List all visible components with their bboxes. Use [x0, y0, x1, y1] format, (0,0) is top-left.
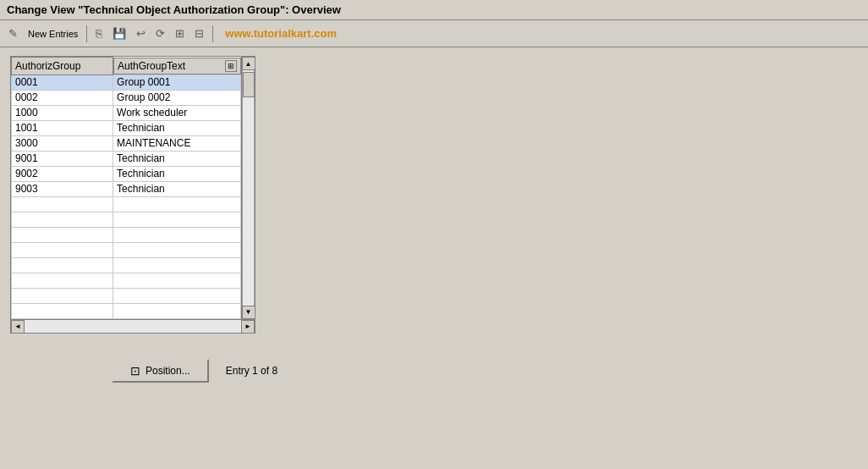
cell-authorizgroup — [12, 303, 113, 318]
scroll-track — [242, 70, 255, 306]
save-button[interactable]: 💾 — [109, 25, 129, 42]
cell-authgrouptext — [113, 196, 241, 212]
table-row[interactable] — [12, 212, 241, 227]
table-row[interactable] — [12, 303, 241, 318]
undo-icon: ↩ — [136, 27, 146, 40]
cell-authgrouptext: Work scheduler — [113, 105, 241, 120]
export-icon: ⊟ — [195, 27, 204, 40]
table-row[interactable]: 9001Technician — [12, 151, 241, 166]
watermark-text: www.tutorialkart.com — [225, 27, 337, 40]
cell-authgrouptext — [113, 273, 241, 288]
cell-authgrouptext: Group 0001 — [113, 74, 241, 90]
cell-authorizgroup — [12, 242, 113, 257]
scroll-down-arrow[interactable]: ▼ — [242, 306, 255, 319]
table-inner: AuthorizGroup AuthGroupText ⊞ 0001Group … — [11, 57, 241, 319]
bottom-area: ⊡ Position... Entry 1 of 8 — [10, 359, 858, 383]
cell-authorizgroup — [12, 227, 113, 242]
position-icon: ⊡ — [130, 364, 140, 378]
col-header-authgrouptext: AuthGroupText ⊞ — [113, 58, 240, 74]
col-header-authorizgroup: AuthorizGroup — [12, 58, 113, 75]
cell-authgrouptext: Technician — [113, 120, 241, 135]
separator-1 — [86, 25, 87, 42]
table-header-row: AuthorizGroup AuthGroupText ⊞ — [12, 58, 241, 75]
title-bar: Change View "Technical Object Authorizat… — [0, 0, 868, 20]
entry-info: Entry 1 of 8 — [226, 365, 277, 377]
table-row[interactable] — [12, 242, 241, 257]
cell-authgrouptext — [113, 288, 241, 303]
cell-authgrouptext — [113, 227, 241, 242]
print-icon: ⊞ — [175, 27, 184, 40]
cell-authorizgroup: 9002 — [12, 166, 113, 181]
table-container: AuthorizGroup AuthGroupText ⊞ 0001Group … — [10, 56, 255, 334]
horizontal-scrollbar[interactable]: ◄ ► — [11, 319, 255, 333]
scroll-right-arrow[interactable]: ► — [241, 320, 255, 334]
cell-authorizgroup: 1001 — [12, 120, 113, 135]
separator-2 — [212, 25, 213, 42]
pencil-icon: ✎ — [8, 27, 18, 40]
page-title: Change View "Technical Object Authorizat… — [7, 3, 341, 16]
cell-authorizgroup: 0001 — [12, 74, 113, 90]
table-row[interactable]: 3000MAINTENANCE — [12, 135, 241, 151]
cell-authgrouptext: Technician — [113, 151, 241, 166]
scroll-thumb[interactable] — [243, 72, 255, 97]
save-icon: 💾 — [113, 27, 126, 40]
table-row[interactable]: 0001Group 0001 — [12, 74, 241, 90]
table-row[interactable] — [12, 196, 241, 212]
main-content: AuthorizGroup AuthGroupText ⊞ 0001Group … — [0, 47, 868, 391]
toolbar: ✎ New Entries ⎘ 💾 ↩ ⟳ ⊞ ⊟ www.tutorialka… — [0, 20, 868, 47]
cell-authorizgroup: 3000 — [12, 135, 113, 151]
cell-authorizgroup — [12, 273, 113, 288]
cell-authorizgroup — [12, 257, 113, 273]
new-entries-label: New Entries — [28, 29, 78, 39]
refresh-icon: ⟳ — [156, 27, 165, 40]
new-entries-icon-btn[interactable]: ✎ — [5, 25, 21, 42]
table-body: 0001Group 00010002Group 00021000Work sch… — [12, 74, 241, 318]
scroll-left-arrow[interactable]: ◄ — [11, 320, 25, 334]
new-entries-button[interactable]: New Entries — [25, 26, 81, 41]
cell-authgrouptext — [113, 303, 241, 318]
table-row[interactable]: 1001Technician — [12, 120, 241, 135]
undo-button[interactable]: ↩ — [133, 25, 149, 42]
copy-icon: ⎘ — [96, 27, 102, 40]
table-row[interactable]: 9002Technician — [12, 166, 241, 181]
table-row[interactable]: 9003Technician — [12, 181, 241, 196]
cell-authorizgroup: 9003 — [12, 181, 113, 196]
position-button[interactable]: ⊡ Position... — [112, 359, 209, 383]
refresh-button[interactable]: ⟳ — [152, 25, 168, 42]
table-row[interactable] — [12, 257, 241, 273]
table-row[interactable] — [12, 273, 241, 288]
copy-rows-button[interactable]: ⎘ — [92, 25, 106, 42]
cell-authgrouptext: MAINTENANCE — [113, 135, 241, 151]
cell-authorizgroup — [12, 288, 113, 303]
vertical-scrollbar[interactable]: ▲ ▼ — [241, 57, 255, 319]
cell-authorizgroup: 1000 — [12, 105, 113, 120]
cell-authorizgroup: 9001 — [12, 151, 113, 166]
scroll-up-arrow[interactable]: ▲ — [242, 57, 255, 70]
position-button-label: Position... — [146, 365, 190, 377]
cell-authgrouptext — [113, 242, 241, 257]
cell-authgrouptext: Group 0002 — [113, 90, 241, 105]
cell-authorizgroup — [12, 196, 113, 212]
table-scroll-wrapper: AuthorizGroup AuthGroupText ⊞ 0001Group … — [11, 57, 255, 319]
table-row[interactable]: 0002Group 0002 — [12, 90, 241, 105]
cell-authorizgroup: 0002 — [12, 90, 113, 105]
table-row[interactable]: 1000Work scheduler — [12, 105, 241, 120]
cell-authgrouptext — [113, 257, 241, 273]
cell-authgrouptext: Technician — [113, 181, 241, 196]
data-table: AuthorizGroup AuthGroupText ⊞ 0001Group … — [11, 57, 241, 319]
cell-authgrouptext — [113, 212, 241, 227]
cell-authgrouptext: Technician — [113, 166, 241, 181]
h-scroll-track — [25, 320, 241, 333]
cell-authorizgroup — [12, 212, 113, 227]
col-resize-icon[interactable]: ⊞ — [225, 60, 237, 72]
export-button[interactable]: ⊟ — [191, 25, 207, 42]
table-row[interactable] — [12, 288, 241, 303]
print-button[interactable]: ⊞ — [172, 25, 188, 42]
table-row[interactable] — [12, 227, 241, 242]
